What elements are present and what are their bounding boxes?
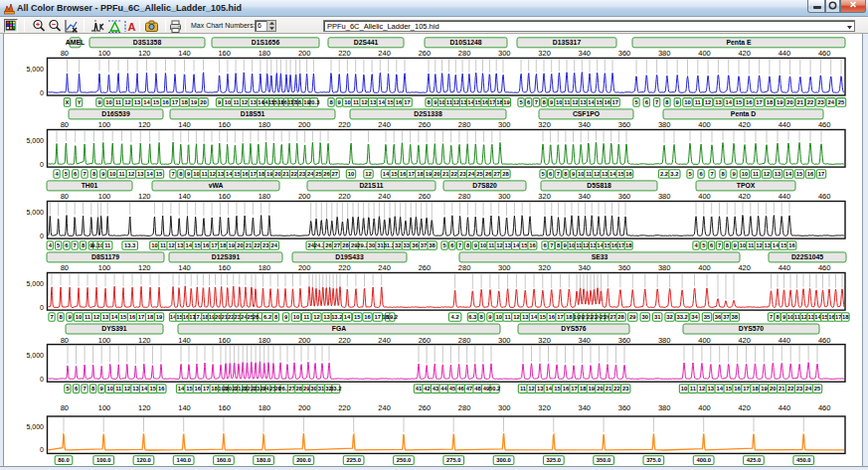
- svg-text:15: 15: [120, 314, 127, 320]
- svg-text:400.0: 400.0: [696, 457, 711, 463]
- svg-text:400: 400: [698, 263, 711, 272]
- svg-text:17: 17: [375, 314, 381, 320]
- svg-text:15: 15: [354, 314, 361, 320]
- svg-text:300: 300: [498, 263, 511, 272]
- svg-text:13.3: 13.3: [124, 242, 136, 248]
- svg-text:34: 34: [691, 314, 698, 320]
- svg-text:280: 280: [458, 120, 471, 129]
- svg-text:10: 10: [681, 386, 687, 392]
- svg-text:42: 42: [424, 386, 430, 392]
- svg-text:420: 420: [738, 49, 751, 58]
- svg-text:160: 160: [218, 336, 231, 345]
- svg-text:19: 19: [191, 99, 198, 105]
- svg-text:16: 16: [625, 171, 632, 177]
- svg-text:D22S1045: D22S1045: [791, 253, 823, 260]
- svg-text:13: 13: [775, 171, 781, 177]
- svg-text:380: 380: [658, 263, 671, 272]
- svg-text:DYS391: DYS391: [101, 325, 127, 332]
- svg-text:23: 23: [299, 171, 306, 177]
- svg-text:12: 12: [93, 314, 99, 320]
- svg-text:300: 300: [498, 403, 511, 412]
- svg-text:20: 20: [237, 242, 243, 248]
- svg-text:19: 19: [229, 242, 236, 248]
- svg-text:15: 15: [521, 242, 528, 248]
- svg-text:340: 340: [579, 49, 592, 58]
- svg-text:SE33: SE33: [592, 253, 608, 260]
- svg-text:10: 10: [740, 242, 746, 248]
- svg-text:50.2: 50.2: [489, 386, 500, 392]
- svg-text:380: 380: [658, 120, 671, 129]
- svg-text:120.0: 120.0: [136, 457, 151, 463]
- svg-text:12: 12: [365, 171, 371, 177]
- svg-text:5,000: 5,000: [26, 66, 44, 73]
- svg-text:10: 10: [293, 314, 299, 320]
- svg-text:24: 24: [805, 386, 812, 392]
- svg-text:16: 16: [746, 99, 753, 105]
- svg-text:14: 14: [143, 99, 150, 105]
- svg-text:TH01: TH01: [82, 182, 98, 189]
- svg-text:5,000: 5,000: [26, 137, 44, 144]
- svg-text:340: 340: [579, 403, 592, 412]
- svg-text:425.0: 425.0: [747, 457, 762, 463]
- svg-text:18: 18: [767, 99, 774, 105]
- svg-text:45: 45: [449, 386, 456, 392]
- svg-text:360: 360: [618, 263, 631, 272]
- svg-text:15: 15: [725, 386, 732, 392]
- svg-text:180.0: 180.0: [257, 457, 271, 463]
- svg-text:80: 80: [61, 49, 69, 58]
- svg-text:7: 7: [557, 171, 560, 177]
- svg-text:80: 80: [61, 120, 69, 129]
- svg-text:460: 460: [818, 192, 831, 201]
- svg-text:160: 160: [218, 49, 231, 58]
- svg-text:120: 120: [138, 336, 151, 345]
- svg-text:20: 20: [597, 386, 603, 392]
- svg-text:12: 12: [705, 99, 711, 105]
- svg-text:16: 16: [162, 99, 169, 105]
- svg-text:15: 15: [596, 99, 603, 105]
- svg-text:100: 100: [98, 336, 111, 345]
- svg-text:13: 13: [137, 171, 144, 177]
- svg-text:280: 280: [458, 403, 471, 412]
- svg-text:38: 38: [429, 242, 435, 248]
- svg-text:320: 320: [538, 192, 551, 201]
- svg-text:400: 400: [698, 120, 711, 129]
- svg-text:340: 340: [579, 192, 592, 201]
- svg-text:320: 320: [538, 403, 551, 412]
- svg-text:15: 15: [153, 99, 160, 105]
- svg-text:3.2: 3.2: [670, 171, 678, 177]
- svg-text:260: 260: [419, 336, 432, 345]
- svg-text:340: 340: [579, 336, 592, 345]
- svg-text:14: 14: [344, 314, 351, 320]
- svg-text:220: 220: [338, 403, 351, 412]
- svg-text:7: 7: [74, 242, 77, 248]
- svg-text:140: 140: [178, 192, 191, 201]
- svg-text:A: A: [128, 21, 136, 33]
- svg-text:200: 200: [298, 192, 311, 201]
- svg-text:10: 10: [76, 314, 82, 320]
- svg-text:30: 30: [369, 242, 375, 248]
- svg-text:80: 80: [61, 263, 69, 272]
- svg-text:11: 11: [202, 171, 209, 177]
- svg-text:22: 22: [228, 314, 234, 320]
- svg-text:460: 460: [818, 120, 831, 129]
- svg-text:10: 10: [348, 171, 354, 177]
- svg-text:12: 12: [699, 386, 705, 392]
- svg-text:100: 100: [98, 192, 111, 201]
- svg-text:14: 14: [513, 242, 520, 248]
- svg-text:38: 38: [732, 314, 739, 320]
- svg-text:30: 30: [642, 314, 648, 320]
- svg-text:27: 27: [332, 171, 338, 177]
- svg-text:D2S1338: D2S1338: [414, 110, 442, 117]
- svg-text:7: 7: [550, 242, 553, 248]
- svg-text:300: 300: [498, 192, 511, 201]
- svg-text:16: 16: [548, 314, 555, 320]
- svg-text:10: 10: [742, 171, 748, 177]
- svg-text:6.3: 6.3: [468, 314, 477, 320]
- svg-text:17: 17: [203, 386, 209, 392]
- svg-text:10: 10: [106, 386, 112, 392]
- svg-text:28: 28: [617, 314, 624, 320]
- svg-text:13: 13: [323, 314, 330, 320]
- svg-text:14: 14: [785, 171, 792, 177]
- svg-text:16: 16: [396, 99, 403, 105]
- svg-text:14: 14: [226, 171, 233, 177]
